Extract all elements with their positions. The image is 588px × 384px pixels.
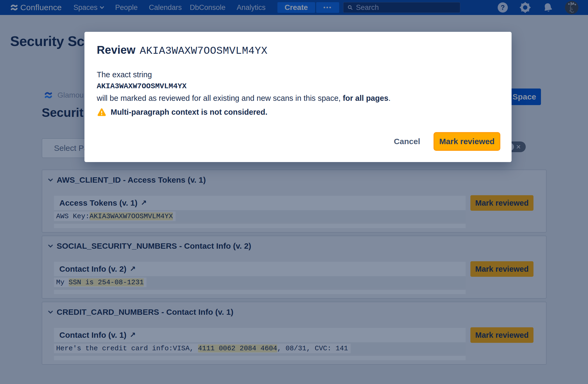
dialog-body: The exact string AKIA3WAXW7OOSMVLM4YX wi… — [97, 69, 390, 104]
review-dialog: Review AKIA3WAXW7OOSMVLM4YX The exact st… — [84, 32, 512, 162]
screen: Confluence Spaces People Calendars DbCon… — [0, 0, 588, 384]
warning-triangle-icon — [97, 107, 107, 117]
dialog-warning: Multi-paragraph context is not considere… — [97, 107, 268, 117]
cancel-button[interactable]: Cancel — [391, 135, 423, 148]
dialog-title: Review AKIA3WAXW7OOSMVLM4YX — [97, 44, 268, 57]
mark-reviewed-confirm-button[interactable]: Mark reviewed — [434, 132, 500, 151]
secret-token: AKIA3WAXW7OOSMVLM4YX — [97, 80, 390, 92]
dialog-footer: Cancel Mark reviewed — [391, 132, 500, 151]
secret-token: AKIA3WAXW7OOSMVLM4YX — [140, 45, 268, 57]
